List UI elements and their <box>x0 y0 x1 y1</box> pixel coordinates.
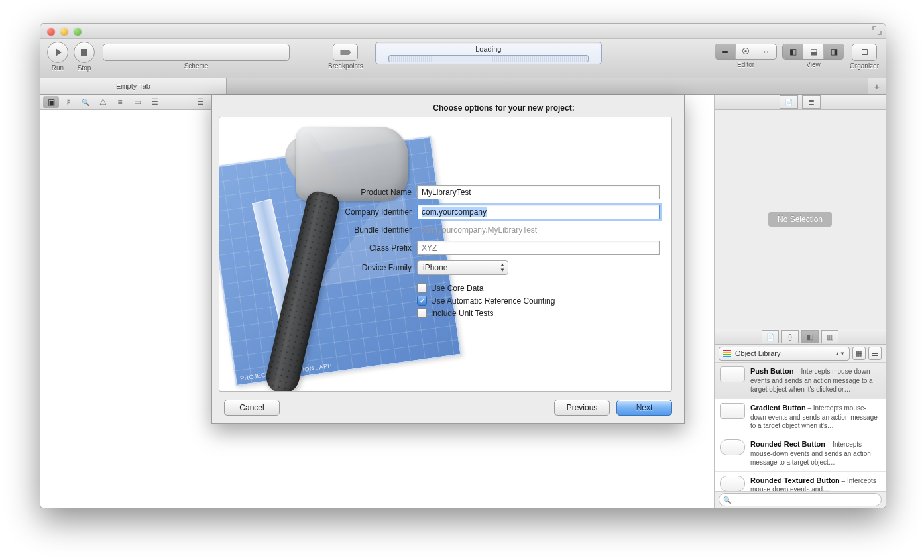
library-bars-icon <box>723 350 731 357</box>
editor-pane: Choose options for your new project: PRO… <box>211 95 714 508</box>
use-core-data-label: Use Core Data <box>431 284 483 293</box>
device-family-label: Device Family <box>339 263 412 272</box>
minimize-icon[interactable] <box>60 28 68 36</box>
version-editor-icon[interactable]: ↔ <box>756 44 776 59</box>
scheme-popup[interactable] <box>103 44 290 61</box>
object-library-icon[interactable] <box>801 330 819 343</box>
sheet-body: PROJECT: APPLICATION . APP Product Name … <box>219 117 672 392</box>
issue-navigator-icon[interactable]: ⚠ <box>95 96 111 108</box>
test-navigator-icon[interactable]: ≡ <box>112 96 128 108</box>
file-template-library-icon[interactable] <box>762 330 779 343</box>
gradient-button-thumb <box>720 403 745 419</box>
checkbox-icon <box>417 296 427 306</box>
window-controls <box>47 28 82 36</box>
list-view-icon[interactable] <box>868 347 882 360</box>
stop-icon <box>81 49 87 56</box>
checkbox-icon <box>417 283 427 293</box>
company-id-field[interactable] <box>417 205 660 219</box>
previous-button[interactable]: Previous <box>554 400 610 416</box>
organizer-button[interactable]: ☐ <box>852 44 877 61</box>
library-filter-bar: Object Library ▲▼ <box>715 345 886 363</box>
activity-viewer: Loading <box>375 42 602 64</box>
product-name-field[interactable] <box>417 185 660 199</box>
scheme-group: Scheme <box>103 42 290 70</box>
no-selection-badge: No Selection <box>768 212 832 227</box>
object-library-list[interactable]: Push Button – Intercepts mouse-down even… <box>715 363 886 491</box>
standard-editor-icon[interactable] <box>715 44 736 59</box>
activity-text: Loading <box>475 45 501 53</box>
file-inspector-icon[interactable] <box>780 95 798 109</box>
activity-progress <box>388 55 589 62</box>
add-tab-button[interactable]: + <box>868 78 886 94</box>
xcode-window: Run Stop Scheme Breakpoints Loading ⦿ ↔ … <box>40 23 886 508</box>
run-group: Run <box>47 42 68 72</box>
navigator-selector: ▣ ♯ ⚠ ≡ ▭ ☰ ☰ <box>40 95 211 110</box>
debug-area-toggle-icon[interactable]: ⬓ <box>803 44 824 59</box>
navigator-toggle-icon[interactable]: ◧ <box>783 44 803 59</box>
quick-help-icon[interactable] <box>802 95 821 109</box>
use-core-data-checkbox[interactable]: Use Core Data <box>417 283 660 293</box>
title-bar <box>40 24 886 39</box>
list-item[interactable]: Push Button – Intercepts mouse-down even… <box>715 363 886 399</box>
log-navigator-icon[interactable]: ☰ <box>192 96 208 108</box>
breakpoint-navigator-icon[interactable]: ☰ <box>146 96 162 108</box>
zoom-icon[interactable] <box>74 28 82 36</box>
tab-empty[interactable]: Empty Tab <box>40 78 227 94</box>
fullscreen-icon[interactable] <box>872 26 882 35</box>
list-item[interactable]: Gradient Button – Intercepts mouse-down … <box>715 399 886 435</box>
navigator-pane: ▣ ♯ ⚠ ≡ ▭ ☰ ☰ <box>40 95 211 508</box>
list-item[interactable]: Rounded Rect Button – Intercepts mouse-d… <box>715 435 886 472</box>
run-button[interactable] <box>47 42 68 63</box>
editor-segmented[interactable]: ⦿ ↔ <box>715 44 777 60</box>
inspector-selector <box>715 95 886 110</box>
rounded-textured-button-thumb <box>720 476 745 491</box>
assistant-editor-icon[interactable]: ⦿ <box>736 44 756 59</box>
play-icon <box>56 48 62 56</box>
symbol-navigator-icon[interactable]: ♯ <box>60 96 76 108</box>
close-icon[interactable] <box>47 28 55 36</box>
breakpoint-icon <box>340 50 351 55</box>
stop-label: Stop <box>78 64 91 72</box>
library-popup[interactable]: Object Library ▲▼ <box>719 347 850 361</box>
view-label: View <box>806 61 821 68</box>
grid-view-icon[interactable] <box>852 347 866 360</box>
project-navigator-icon[interactable]: ▣ <box>43 96 59 108</box>
next-button[interactable]: Next <box>616 400 672 416</box>
debug-navigator-icon[interactable]: ▭ <box>129 96 145 108</box>
project-options-form: Product Name Company Identifier Bundle I… <box>339 185 660 318</box>
view-segmented[interactable]: ◧ ⬓ ◨ <box>782 44 844 60</box>
workspace: ▣ ♯ ⚠ ≡ ▭ ☰ ☰ Choose options for your ne… <box>40 95 886 508</box>
search-navigator-icon[interactable] <box>78 96 93 108</box>
chevron-updown-icon: ▲▼ <box>500 262 505 273</box>
checkbox-icon <box>417 308 427 318</box>
sheet-footer: Cancel Previous Next <box>212 392 684 423</box>
organizer-label: Organizer <box>850 62 879 70</box>
include-tests-checkbox[interactable]: Include Unit Tests <box>417 308 660 318</box>
plus-icon: + <box>874 81 880 92</box>
class-prefix-field[interactable] <box>417 241 660 255</box>
stop-group: Stop <box>74 42 95 72</box>
tab-title: Empty Tab <box>116 82 150 90</box>
list-item[interactable]: Rounded Textured Button – Intercepts mou… <box>715 472 886 491</box>
sheet-title: Choose options for your new project: <box>325 95 683 117</box>
tab-bar: Empty Tab + <box>40 78 886 95</box>
product-name-label: Product Name <box>339 188 412 197</box>
cancel-button[interactable]: Cancel <box>224 400 280 416</box>
stop-button[interactable] <box>74 42 95 63</box>
library-search-bar <box>715 491 886 508</box>
search-icon <box>723 495 731 504</box>
breakpoints-label: Breakpoints <box>328 62 363 70</box>
device-family-popup[interactable]: iPhone ▲▼ <box>417 260 508 275</box>
utilities-pane: No Selection Object Library ▲▼ <box>714 95 886 508</box>
inspector-empty: No Selection <box>715 110 886 329</box>
breakpoints-button[interactable] <box>333 44 358 61</box>
toolbar: Run Stop Scheme Breakpoints Loading ⦿ ↔ … <box>40 39 886 78</box>
code-snippet-library-icon[interactable] <box>781 330 799 343</box>
media-library-icon[interactable] <box>821 330 838 343</box>
scheme-label: Scheme <box>184 62 209 70</box>
organizer-group: ☐ Organizer <box>850 42 879 70</box>
library-search-input[interactable] <box>719 493 882 506</box>
library-selector <box>715 329 886 345</box>
utilities-toggle-icon[interactable]: ◨ <box>824 44 844 59</box>
use-arc-checkbox[interactable]: Use Automatic Reference Counting <box>417 296 660 306</box>
